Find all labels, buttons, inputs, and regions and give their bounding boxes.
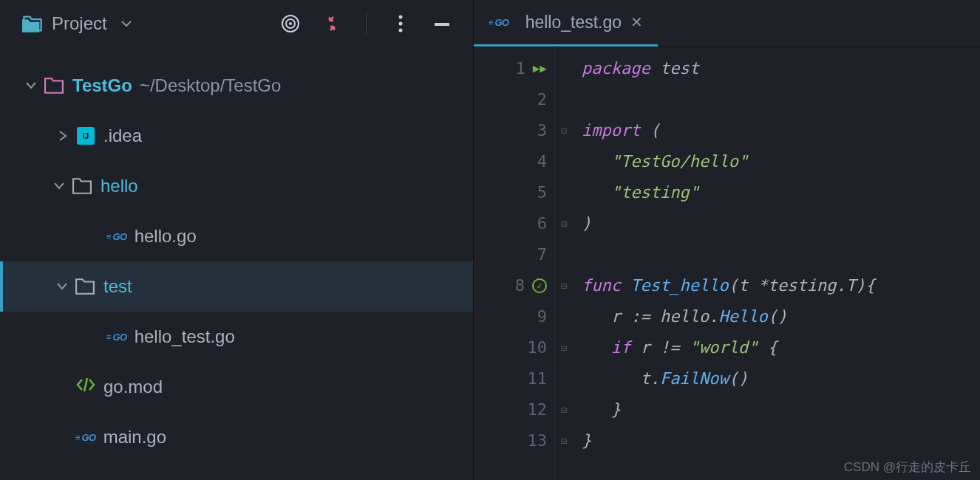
idea-icon: IJ (77, 127, 95, 145)
code-area[interactable]: 1▶▶2345678✓910111213 ⊟⊟⊟⊟⊟⊟ package test… (474, 47, 980, 480)
editor-tabs: ≡GO hello_test.go ✕ (474, 0, 980, 47)
close-icon[interactable]: ✕ (630, 13, 643, 31)
gutter[interactable]: 1▶▶2345678✓910111213 (474, 47, 555, 480)
tree-item[interactable]: ≡GOhello_test.go (0, 312, 473, 362)
minimize-icon[interactable] (432, 13, 452, 34)
chevron-down-icon (25, 80, 37, 91)
tree-item[interactable]: IJ.idea (0, 111, 473, 161)
go-file-icon: ≡GO (75, 432, 96, 443)
target-icon[interactable] (280, 13, 301, 34)
sidebar-header: Project (0, 0, 473, 47)
editor: ≡GO hello_test.go ✕ 1▶▶2345678✓910111213… (473, 0, 980, 480)
code-content[interactable]: package testimport ( "TestGo/hello" "tes… (573, 47, 980, 480)
go-file-icon: ≡GO (106, 231, 127, 242)
svg-point-2 (289, 22, 292, 25)
tree-root[interactable]: TestGo ~/Desktop/TestGo (0, 61, 473, 111)
folder-icon (72, 178, 92, 194)
editor-tab[interactable]: ≡GO hello_test.go ✕ (474, 0, 658, 47)
collapse-icon[interactable] (321, 13, 342, 34)
tree-item[interactable]: test (0, 261, 473, 312)
tree-item[interactable]: ≡GOmain.go (0, 412, 473, 462)
svg-point-4 (399, 22, 403, 26)
run-icon: ▶▶ (533, 53, 547, 84)
folder-icon (75, 278, 95, 295)
test-pass-icon: ✓ (532, 278, 547, 293)
file-tree: TestGo ~/Desktop/TestGo IJ.ideahello≡GOh… (0, 47, 473, 462)
tree-item[interactable]: hello (0, 161, 473, 211)
root-path: ~/Desktop/TestGo (140, 75, 281, 96)
project-sidebar: Project TestGo ~/Desktop/TestGo IJ.ideah… (0, 0, 473, 480)
code-file-icon (75, 376, 96, 398)
svg-rect-6 (435, 23, 449, 26)
tree-item[interactable]: ≡GOhello.go (0, 211, 473, 261)
go-file-icon: ≡GO (106, 332, 127, 343)
go-file-icon: ≡GO (489, 17, 509, 28)
fold-column[interactable]: ⊟⊟⊟⊟⊟⊟ (555, 47, 573, 480)
chevron-down-icon[interactable] (120, 19, 132, 28)
svg-point-5 (399, 29, 403, 32)
tab-label: hello_test.go (525, 13, 622, 32)
svg-point-3 (399, 16, 403, 19)
watermark: CSDN @行走的皮卡丘 (844, 459, 971, 476)
root-name: TestGo (72, 75, 132, 96)
folder-icon (44, 78, 64, 94)
more-icon[interactable] (390, 13, 411, 34)
project-folder-icon (22, 15, 43, 32)
tree-item[interactable]: go.mod (0, 362, 473, 412)
project-label[interactable]: Project (52, 13, 107, 34)
